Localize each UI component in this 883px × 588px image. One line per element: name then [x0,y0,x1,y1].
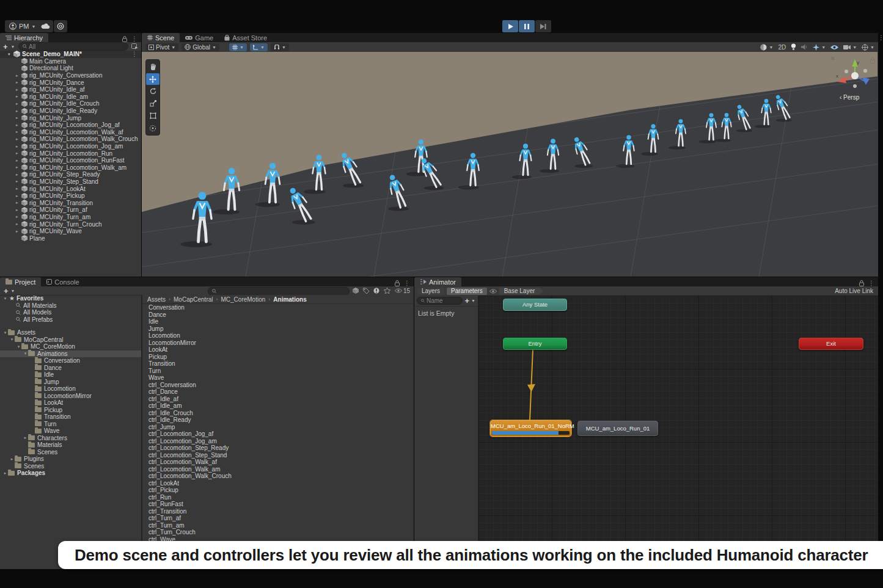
hierarchy-search-input[interactable] [29,43,124,50]
hierarchy-item[interactable]: ▸ rig_MCUnity_Locomotion_Run [0,150,141,157]
file-row[interactable]: ctrl_RunFast [142,501,414,508]
file-row[interactable]: Wave [142,374,414,382]
expander-icon[interactable]: ▾ [0,351,28,356]
hierarchy-item[interactable]: ▸ Plane [0,234,141,242]
file-row[interactable]: ctrl_Idle_Ready [142,416,414,424]
tab-hierarchy[interactable]: Hierarchy [0,33,48,42]
file-row[interactable]: ctrl_Locomotion_Walk_af [142,459,414,466]
tab-scene[interactable]: Scene [142,33,180,42]
file-row[interactable]: ctrl_Transition [142,508,414,515]
expander-icon[interactable]: ▸ [16,229,21,234]
hidden-count[interactable]: 15 [395,288,410,294]
file-row[interactable]: ctrl_Locomotion_Jog_af [142,430,414,438]
scale-tool[interactable] [146,98,159,109]
file-row[interactable]: Dance [142,311,414,319]
file-row[interactable]: ctrl_Idle_am [142,402,414,410]
expander-icon[interactable]: ▾ [8,52,13,57]
scene-visibility-icon[interactable] [830,45,838,50]
parameter-search[interactable] [417,297,463,305]
gizmos-button[interactable]: ▼ [862,44,874,51]
favorites-item[interactable]: All Prefabs [0,316,141,324]
file-row[interactable]: LookAt [142,346,414,354]
create-dropdown-icon[interactable]: ▼ [11,289,15,293]
tree-item[interactable]: Dance [0,365,141,372]
tree-item[interactable]: ▾ MoCapCentral [0,336,141,344]
tree-item[interactable]: LookAt [0,399,141,407]
move-tool[interactable] [146,73,159,85]
file-row[interactable]: ctrl_Run [142,494,414,501]
expander-icon[interactable]: ▸ [16,109,21,114]
expander-icon[interactable]: ▾ [0,337,15,342]
expander-icon[interactable]: ▸ [16,165,21,170]
hierarchy-item[interactable]: ▸ rig_MCUnity_Wave [0,228,141,235]
pause-button[interactable] [519,20,535,32]
expander-icon[interactable]: ▸ [16,179,21,184]
scene-picker-icon[interactable] [131,43,138,49]
hierarchy-item[interactable]: ▸ rig_MCUnity_Locomotion_Walk_af [0,129,141,136]
file-row[interactable]: ctrl_Pickup [142,487,414,494]
lock-icon[interactable] [859,280,864,286]
step-button[interactable] [535,20,551,32]
transform-tool[interactable] [146,122,159,134]
eye-icon[interactable] [489,289,497,294]
file-row[interactable]: ctrl_Dance [142,388,414,396]
expander-icon[interactable]: ▸ [16,80,21,85]
expander-icon[interactable]: ▸ [16,144,21,149]
create-button[interactable]: + [4,287,9,295]
tab-game[interactable]: Game [180,33,219,42]
tree-item[interactable]: Idle [0,371,141,379]
expander-icon[interactable]: ▸ [16,115,21,120]
lock-icon[interactable] [395,280,400,286]
hierarchy-item[interactable]: ▸ rig_MCUnity_Locomotion_Walk_Crouch [0,136,141,143]
expander-icon[interactable]: ▾ [0,344,21,349]
hierarchy-item[interactable]: ▸ rig_MCUnity_Step_Stand [0,178,141,186]
entry-node[interactable]: Entry [503,338,567,350]
label-icon[interactable] [363,288,369,294]
menu-kebab-icon[interactable]: ⋮ [131,36,137,42]
file-row[interactable]: ctrl_LookAt [142,480,414,487]
file-row[interactable]: ctrl_Locomotion_Walk_am [142,466,414,473]
hierarchy-item[interactable]: ▸ rig_MCUnity_LookAt [0,185,141,192]
expander-icon[interactable]: ▸ [16,73,21,78]
tab-console[interactable]: Console [41,277,84,286]
account-button[interactable]: PM ▼ [5,20,40,32]
any-state-node[interactable]: Any State [503,299,567,311]
hand-tool[interactable] [146,61,159,73]
file-row[interactable]: ctrl_Idle_Crouch [142,410,414,417]
file-row[interactable]: Turn [142,368,414,375]
tree-item[interactable]: Conversation [0,357,141,365]
exit-node[interactable]: Exit [799,338,863,350]
favorites-item[interactable]: All Materials [0,302,141,310]
hierarchy-item[interactable]: ▸ rig_MCUnity_Turn_am [0,214,141,221]
persp-toggle[interactable]: ‹ Persp [840,94,859,101]
lock-icon[interactable] [870,57,875,64]
file-row[interactable]: Conversation [142,304,414,311]
hierarchy-item[interactable]: ▸ rig_MCUnity_Locomotion_Walk_am [0,164,141,172]
scene-kebab-icon[interactable]: ⋮ [131,51,141,57]
tab-animator[interactable]: Animator [414,277,461,286]
hierarchy-item[interactable]: ▸ rig_MCUnity_Turn_af [0,206,141,214]
file-row[interactable]: ctrl_Idle_af [142,396,414,403]
file-row[interactable]: Pickup [142,354,414,361]
project-search[interactable] [208,287,350,296]
expander-icon[interactable]: ▸ [16,87,21,92]
rotate-tool[interactable] [146,85,159,97]
file-row[interactable]: LocomotionMirror [142,339,414,347]
lock-icon[interactable] [122,36,127,42]
hierarchy-item[interactable]: ▸ rig_MCUnity_Idle_am [0,93,141,101]
file-row[interactable]: ctrl_Locomotion_Step_Stand [142,452,414,459]
menu-kebab-icon[interactable]: ⋮ [868,280,874,286]
breadcrumb-mocapcentral[interactable]: MoCapCentral [174,296,213,303]
tree-item[interactable]: Materials [0,441,141,449]
package-icon[interactable] [353,288,359,294]
tree-item[interactable]: ▾ MC_CoreMotion [0,343,141,350]
hierarchy-item[interactable]: ▸ rig_MCUnity_Idle_Crouch [0,100,141,107]
expander-icon[interactable]: ▸ [0,435,28,440]
tree-item[interactable]: Wave [0,427,141,435]
play-button[interactable] [502,20,518,32]
shading-mode-button[interactable]: ▼ [760,44,773,51]
tree-item[interactable]: Scenes [0,463,141,470]
file-row[interactable]: ctrl_Conversation [142,382,414,389]
add-parameter-button[interactable]: + [464,297,469,305]
tree-item[interactable]: Jump [0,379,141,386]
